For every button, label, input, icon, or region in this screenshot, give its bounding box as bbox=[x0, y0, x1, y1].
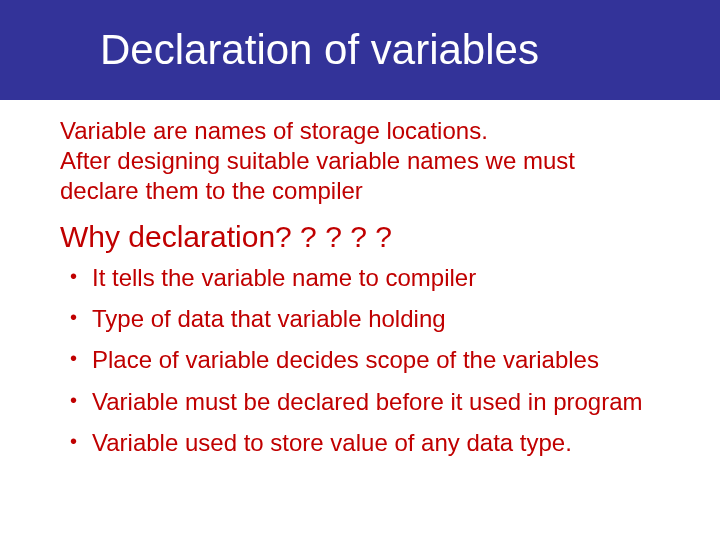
intro-block: Variable are names of storage locations.… bbox=[60, 116, 660, 206]
list-item: Place of variable decides scope of the v… bbox=[68, 344, 660, 375]
slide: Declaration of variables Variable are na… bbox=[0, 0, 720, 540]
list-item: Variable must be declared before it used… bbox=[68, 386, 660, 417]
slide-body: Variable are names of storage locations.… bbox=[0, 100, 720, 458]
title-band: Declaration of variables bbox=[0, 0, 720, 100]
list-item: It tells the variable name to compiler bbox=[68, 262, 660, 293]
sub-heading: Why declaration? ? ? ? ? bbox=[60, 220, 660, 254]
list-item: Variable used to store value of any data… bbox=[68, 427, 660, 458]
bullet-list: It tells the variable name to compiler T… bbox=[60, 262, 660, 458]
list-item: Type of data that variable holding bbox=[68, 303, 660, 334]
slide-title: Declaration of variables bbox=[100, 27, 539, 73]
intro-line-2: After designing suitable variable names … bbox=[60, 146, 660, 206]
intro-line-1: Variable are names of storage locations. bbox=[60, 116, 660, 146]
